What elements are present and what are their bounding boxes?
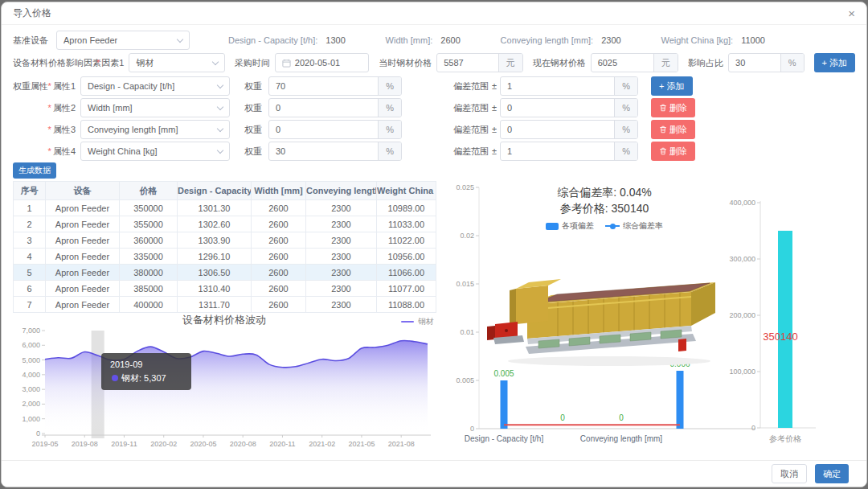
generate-data-button[interactable]: 生成数据 xyxy=(13,162,56,179)
table-cell: Apron Feeder xyxy=(46,249,120,265)
table-row[interactable]: 1Apron Feeder3500001301.302600230010989.… xyxy=(14,200,436,216)
table-header-cell: Design - Capacity... xyxy=(178,182,252,200)
factor-select[interactable]: 钢材 xyxy=(129,53,224,72)
unit-percent: % xyxy=(378,77,401,95)
impact-ratio-input[interactable]: 30 % xyxy=(728,53,804,72)
attribute-select[interactable]: Weight China [kg] xyxy=(80,142,230,161)
table-cell: 11022.00 xyxy=(377,232,436,249)
chevron-down-icon xyxy=(177,35,183,42)
unit-percent: % xyxy=(614,99,637,117)
plus-minus: ± xyxy=(492,81,497,91)
table-header-cell: 设备 xyxy=(46,182,120,200)
attribute-label: *属性1 xyxy=(43,80,76,92)
y-axis-tick-label: 3,000 xyxy=(22,385,40,393)
reference-price-chart[interactable]: 0100,000200,000300,000400,000350140参考价格 xyxy=(727,179,867,451)
base-device-select[interactable]: Apron Feeder xyxy=(56,31,190,50)
weight-input[interactable]: 0% xyxy=(268,120,402,139)
weight-section-label: 权重属性 xyxy=(13,80,43,92)
table-row[interactable]: 6Apron Feeder3850001310.402600230011077.… xyxy=(14,281,436,297)
table-row[interactable]: 5Apron Feeder3800001306.502600230011066.… xyxy=(14,265,436,281)
base-device-label: 基准设备 xyxy=(13,35,48,47)
range-input[interactable]: 1% xyxy=(500,142,638,161)
base-spec-1: Width [mm]:2600 xyxy=(386,35,461,45)
unit-percent: % xyxy=(780,54,804,72)
unit-percent: % xyxy=(378,99,401,117)
add-attribute-button[interactable]: + 添加 xyxy=(651,76,692,96)
purchase-date-input[interactable]: 2020-05-01 xyxy=(275,53,369,72)
attribute-select-value: Weight China [kg] xyxy=(88,146,158,156)
attribute-select-value: Conveying length [mm] xyxy=(88,125,178,134)
spec-value: 11000 xyxy=(741,35,765,45)
table-cell: 7 xyxy=(14,297,46,313)
weight-input[interactable]: 0% xyxy=(268,98,402,117)
spec-value: 2300 xyxy=(601,35,620,45)
unit-percent: % xyxy=(378,121,401,138)
base-specs: Design - Capacity [t/h]:1300Width [mm]:2… xyxy=(228,35,765,45)
x-axis-category-label: Conveying length [mm] xyxy=(580,434,662,443)
table-header-cell: Width [mm] xyxy=(252,182,306,200)
table-row[interactable]: 4Apron Feeder3350001296.102600230010956.… xyxy=(14,249,436,265)
weight-attribute-row: *属性4Weight China [kg]权重30%偏差范围±1%删除 xyxy=(13,142,695,161)
spec-label: Design - Capacity [t/h]: xyxy=(228,35,317,45)
trash-icon xyxy=(659,147,667,155)
tooltip-date: 2019-09 xyxy=(110,360,142,369)
attribute-label: *属性2 xyxy=(43,102,76,114)
attribute-select[interactable]: Conveying length [mm] xyxy=(80,120,230,139)
weight-label: 权重 xyxy=(244,146,262,158)
current-price-input[interactable]: 6025 元 xyxy=(591,53,678,72)
table-cell: 2600 xyxy=(252,232,306,249)
range-value: 0 xyxy=(501,121,614,138)
weight-attribute-row: *属性3Conveying length [mm]权重0%偏差范围±0%删除 xyxy=(13,120,695,139)
spec-value: 2600 xyxy=(440,35,460,45)
range-input[interactable]: 1% xyxy=(500,76,638,96)
table-cell: 2600 xyxy=(252,281,306,297)
reference-price-label: 350140 xyxy=(763,331,797,343)
y-axis-tick-label: 0 xyxy=(470,425,474,433)
cancel-button[interactable]: 取消 xyxy=(772,464,807,483)
weight-value: 0 xyxy=(269,121,378,138)
table-cell: 2600 xyxy=(252,200,306,216)
trash-icon xyxy=(659,104,667,112)
table-cell: Apron Feeder xyxy=(46,232,120,249)
price-fluctuation-chart[interactable]: 01,0002,0003,0004,0005,0006,0007,0002019… xyxy=(13,326,436,451)
table-row[interactable]: 3Apron Feeder3600001303.902600230011022.… xyxy=(14,232,436,249)
close-icon[interactable]: × xyxy=(848,7,855,19)
table-row[interactable]: 7Apron Feeder4000001311.702600230011088.… xyxy=(14,297,436,313)
y-axis-tick-label: 0.005 xyxy=(456,376,474,384)
table-cell: 1303.90 xyxy=(178,232,252,249)
weight-input[interactable]: 30% xyxy=(268,142,402,161)
attribute-select-value: Width [mm] xyxy=(88,103,133,113)
delete-attribute-button[interactable]: 删除 xyxy=(651,120,695,139)
required-asterisk: * xyxy=(48,103,51,113)
delete-attribute-button[interactable]: 删除 xyxy=(651,98,695,117)
table-cell: 4 xyxy=(14,249,46,265)
legend-line-marker xyxy=(401,321,414,323)
weight-input[interactable]: 70% xyxy=(268,76,402,96)
plus-minus: ± xyxy=(492,146,497,156)
x-axis-tick-label: 2020-08 xyxy=(230,440,256,448)
table-cell: 10989.00 xyxy=(377,200,436,216)
confirm-button[interactable]: 确定 xyxy=(815,464,849,483)
attribute-select[interactable]: Design - Capacity [t/h] xyxy=(80,76,230,96)
table-cell: 2600 xyxy=(252,297,306,313)
past-price-input[interactable]: 5587 元 xyxy=(436,53,522,72)
x-axis-tick-label: 2020-02 xyxy=(150,440,177,448)
table-cell: 11077.00 xyxy=(377,281,436,297)
x-axis-tick-label: 2019-11 xyxy=(111,440,137,448)
purchase-time-label: 采购时间 xyxy=(235,57,270,69)
range-input[interactable]: 0% xyxy=(500,98,638,117)
table-row[interactable]: 2Apron Feeder3550001302.602600230011033.… xyxy=(14,216,436,232)
table-cell: 10956.00 xyxy=(377,249,436,265)
add-factor-button[interactable]: + 添加 xyxy=(814,53,855,72)
range-input[interactable]: 0% xyxy=(500,120,638,139)
spec-label: Weight China [kg]: xyxy=(661,35,734,45)
delete-attribute-button[interactable]: 删除 xyxy=(651,142,695,161)
table-cell: 2600 xyxy=(252,216,306,232)
y-axis-tick-label: 0.01 xyxy=(460,328,474,336)
y-axis-tick-label: 100,000 xyxy=(729,368,755,376)
attribute-select[interactable]: Width [mm] xyxy=(80,98,230,117)
range-label: 偏差范围 xyxy=(453,146,489,158)
weight-attribute-row: *属性2Width [mm]权重0%偏差范围±0%删除 xyxy=(13,98,695,117)
y-axis-tick-label: 0.025 xyxy=(456,183,474,191)
unit-percent: % xyxy=(614,121,637,138)
